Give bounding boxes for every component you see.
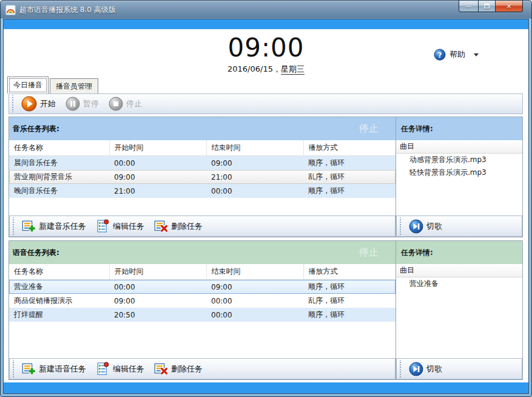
voice-task-section: 语音任务列表: 停止 任务名称 开始时间 结束时间 播放方式 bbox=[8, 240, 523, 380]
music-task-section: 音乐任务列表: 停止 任务名称 开始时间 结束时间 播放方式 bbox=[8, 117, 523, 237]
playlist-item[interactable]: 营业准备 bbox=[396, 277, 522, 290]
cell-play-mode: 顺序，循环 bbox=[303, 308, 396, 322]
window-title: 超市语音播报系统 8.0 高级版 bbox=[19, 5, 116, 15]
voice-col-start[interactable]: 开始时间 bbox=[109, 264, 206, 280]
voice-col-mode[interactable]: 播放方式 bbox=[303, 264, 396, 280]
skip-track-icon bbox=[409, 362, 423, 376]
music-task-row[interactable]: 晚间音乐任务 21:00 00:00 顺序，循环 bbox=[9, 184, 396, 198]
edit-voice-task-button[interactable]: 编辑任务 bbox=[91, 360, 149, 378]
clock-weekday: 星期三 bbox=[281, 64, 305, 75]
minimize-button[interactable]: — bbox=[459, 1, 478, 12]
music-task-row[interactable]: 晨间音乐任务 00:00 09:00 顺序，循环 bbox=[9, 156, 396, 171]
clock-date: 2016/06/15，星期三 bbox=[4, 64, 528, 75]
playlist-item[interactable]: 动感背景音乐演示.mp3 bbox=[396, 154, 522, 166]
start-label: 开始 bbox=[40, 98, 56, 109]
svg-text:?: ? bbox=[438, 51, 442, 59]
cell-end-time: 09:00 bbox=[206, 280, 303, 294]
start-button[interactable]: 开始 bbox=[16, 94, 61, 114]
cell-start-time: 20:50 bbox=[109, 308, 206, 322]
voice-playlist-header[interactable]: 曲目 bbox=[396, 264, 522, 277]
maximize-button[interactable] bbox=[478, 1, 495, 12]
music-task-row-selected[interactable]: 营业期间背景音乐 09:00 21:00 乱序，循环 bbox=[9, 170, 396, 184]
voice-action-bar: 新建语音任务 编辑任务 bbox=[9, 358, 396, 379]
music-status-badge: 停止 bbox=[359, 123, 392, 135]
window-controls: — ✕ bbox=[459, 1, 523, 12]
title-bar[interactable]: 超市语音播报系统 8.0 高级版 — ✕ bbox=[1, 1, 531, 19]
cell-play-mode: 乱序，循环 bbox=[303, 170, 396, 184]
new-voice-task-button[interactable]: 新建语音任务 bbox=[17, 360, 91, 378]
tab-today-broadcast[interactable]: 今日播音 bbox=[7, 76, 49, 93]
voice-playlist-area: 曲目 营业准备 bbox=[396, 264, 522, 358]
music-skip-track-button[interactable]: 切歌 bbox=[404, 217, 447, 236]
toolbar-gripper[interactable] bbox=[399, 217, 403, 235]
delete-voice-task-button[interactable]: 删除任务 bbox=[149, 360, 207, 378]
new-music-task-button[interactable]: 新建音乐任务 bbox=[17, 217, 91, 235]
tab-announcer-management[interactable]: 播音员管理 bbox=[50, 78, 98, 93]
music-section-header: 音乐任务列表: 停止 bbox=[9, 117, 396, 140]
voice-task-row[interactable]: 商品促销播报演示 09:00 00:00 乱序，循环 bbox=[9, 294, 396, 308]
voice-task-row[interactable]: 打烊提醒 20:50 00:00 顺序，循环 bbox=[9, 308, 396, 322]
clock-date-prefix: 2016/06/15， bbox=[227, 64, 281, 73]
music-playlist-header[interactable]: 曲目 bbox=[396, 140, 522, 154]
tab-today-label: 今日播音 bbox=[13, 81, 42, 89]
pause-button[interactable]: 暂停 bbox=[61, 95, 104, 113]
toolbar-gripper[interactable] bbox=[11, 95, 15, 112]
voice-col-name[interactable]: 任务名称 bbox=[9, 264, 109, 280]
voice-details-header: 任务详情: bbox=[396, 241, 522, 264]
cell-play-mode: 顺序，循环 bbox=[303, 280, 396, 294]
voice-task-table: 任务名称 开始时间 结束时间 播放方式 营业准备 00:00 bbox=[9, 264, 396, 322]
voice-section-title: 语音任务列表: bbox=[13, 248, 59, 258]
stop-label: 停止 bbox=[126, 98, 142, 109]
delete-music-task-button[interactable]: 删除任务 bbox=[149, 217, 207, 235]
cell-start-time: 09:00 bbox=[109, 294, 206, 308]
edit-task-icon bbox=[96, 219, 110, 233]
music-col-start[interactable]: 开始时间 bbox=[109, 140, 206, 156]
stop-button[interactable]: 停止 bbox=[104, 95, 147, 113]
delete-music-task-label: 删除任务 bbox=[171, 221, 203, 232]
music-task-table-area: 任务名称 开始时间 结束时间 播放方式 晨间音乐任务 00:00 bbox=[9, 140, 396, 215]
voice-skip-track-label: 切歌 bbox=[426, 364, 442, 375]
cell-end-time: 21:00 bbox=[206, 170, 303, 184]
playlist-item[interactable]: 轻快背景音乐演示.mp3 bbox=[396, 166, 522, 179]
new-music-task-label: 新建音乐任务 bbox=[39, 221, 86, 232]
edit-music-task-button[interactable]: 编辑任务 bbox=[91, 217, 149, 235]
toolbar-gripper[interactable] bbox=[12, 360, 16, 378]
cell-start-time: 00:00 bbox=[109, 280, 206, 294]
voice-skip-track-button[interactable]: 切歌 bbox=[404, 360, 447, 378]
edit-voice-task-label: 编辑任务 bbox=[113, 364, 144, 375]
voice-col-end[interactable]: 结束时间 bbox=[206, 264, 303, 280]
chevron-down-icon bbox=[474, 53, 479, 56]
new-task-icon bbox=[22, 362, 36, 376]
music-col-end[interactable]: 结束时间 bbox=[206, 140, 303, 156]
new-voice-task-label: 新建语音任务 bbox=[39, 364, 86, 375]
bottom-accent-strip bbox=[4, 382, 528, 393]
voice-section-header: 语音任务列表: 停止 bbox=[9, 241, 396, 264]
cell-task-name: 营业期间背景音乐 bbox=[9, 170, 109, 184]
delete-task-icon bbox=[154, 362, 168, 376]
cell-task-name: 打烊提醒 bbox=[9, 308, 109, 322]
voice-task-row-selected[interactable]: 营业准备 00:00 09:00 顺序，循环 bbox=[9, 280, 396, 294]
cell-task-name: 商品促销播报演示 bbox=[9, 294, 109, 308]
help-button[interactable]: ? 帮助 bbox=[434, 49, 479, 61]
help-icon: ? bbox=[434, 49, 446, 61]
pause-icon bbox=[66, 97, 80, 111]
cell-end-time: 00:00 bbox=[206, 184, 303, 198]
cell-start-time: 21:00 bbox=[109, 184, 206, 198]
close-button[interactable]: ✕ bbox=[495, 1, 523, 12]
toolbar-gripper[interactable] bbox=[399, 360, 403, 378]
cell-task-name: 晨间音乐任务 bbox=[9, 156, 109, 171]
skip-track-icon bbox=[409, 219, 423, 234]
music-col-mode[interactable]: 播放方式 bbox=[303, 140, 396, 156]
delete-task-icon bbox=[154, 219, 168, 233]
tab-strip: 今日播音 播音员管理 bbox=[7, 76, 99, 93]
tab-announcer-label: 播音员管理 bbox=[56, 82, 92, 90]
music-col-name[interactable]: 任务名称 bbox=[9, 140, 109, 156]
maximize-icon bbox=[484, 4, 490, 8]
app-content: 09:00 2016/06/15，星期三 ? 帮助 今日播音 bbox=[3, 19, 529, 394]
music-details-title: 任务详情: bbox=[400, 124, 433, 134]
cell-play-mode: 顺序，循环 bbox=[303, 184, 396, 198]
toolbar-gripper[interactable] bbox=[12, 217, 16, 235]
cell-end-time: 00:00 bbox=[206, 308, 303, 322]
music-skip-bar: 切歌 bbox=[396, 215, 522, 237]
music-playlist-area: 曲目 动感背景音乐演示.mp3 轻快背景音乐演示.mp3 bbox=[396, 140, 522, 215]
